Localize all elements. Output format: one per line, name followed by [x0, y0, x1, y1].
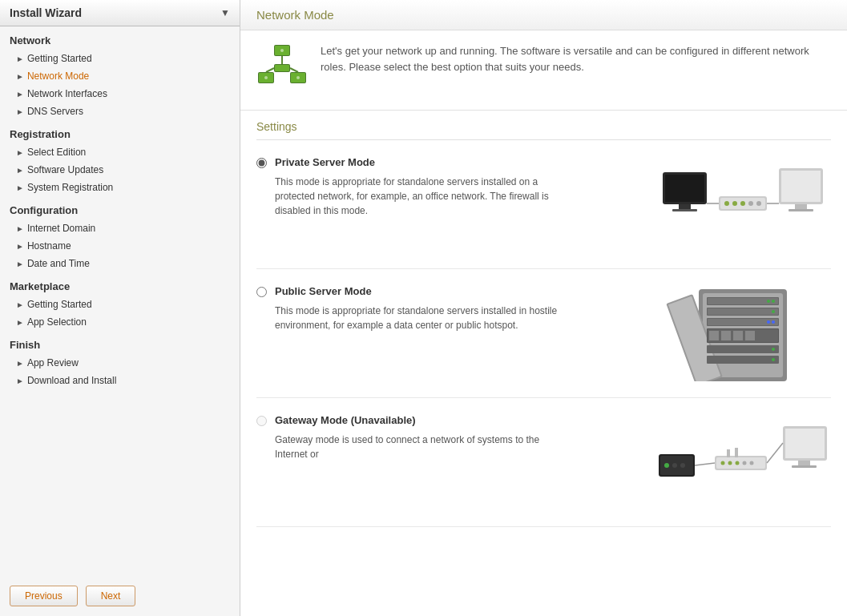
private-server-radio[interactable] [256, 158, 267, 168]
svg-rect-7 [275, 65, 289, 71]
svg-point-13 [296, 76, 300, 79]
gateway-mode-radio[interactable] [256, 416, 267, 426]
nav-group-label: Network [10, 34, 230, 46]
nav-item-label: Network Interfaces [27, 87, 107, 101]
nav-arrow-icon: ► [16, 53, 24, 65]
nav-item-label: Internet Domain [27, 221, 95, 236]
nav-item[interactable]: ► Software Updates [10, 161, 230, 179]
nav-arrow-icon: ► [16, 70, 24, 83]
svg-point-63 [721, 461, 725, 465]
nav-item-label: Hostname [27, 239, 71, 253]
svg-point-53 [772, 348, 775, 351]
nav-arrow-icon: ► [16, 375, 24, 387]
svg-line-75 [767, 443, 783, 463]
nav-item[interactable]: ► Getting Started [10, 50, 230, 67]
gateway-mode-title: Gateway Mode (Unavailable) [275, 414, 647, 426]
previous-button[interactable]: Previous [10, 586, 78, 606]
nav-arrow-icon: ► [16, 357, 24, 369]
nav-item-label: Getting Started [27, 297, 92, 312]
sidebar-header: Install Wizard ▼ [0, 0, 240, 26]
nav-arrow-icon: ► [16, 182, 24, 194]
svg-point-66 [743, 461, 747, 465]
svg-rect-26 [781, 171, 821, 202]
svg-point-65 [736, 461, 740, 465]
svg-rect-68 [727, 449, 730, 457]
public-server-option: Public Server Mode This mode is appropri… [256, 269, 831, 398]
svg-rect-15 [665, 175, 704, 202]
nav-item-label: Download and Install [27, 373, 116, 388]
main-content: Network Mode [240, 0, 847, 616]
svg-point-55 [772, 358, 775, 361]
sidebar-nav: Network► Getting Started► Network Mode► … [0, 26, 240, 576]
public-server-content: Public Server Mode This mode is appropri… [275, 285, 647, 332]
svg-rect-49 [721, 331, 731, 340]
intro-text: Let's get your network up and running. T… [321, 43, 831, 74]
nav-item-label: Date and Time [27, 256, 90, 271]
nav-item-label: Software Updates [27, 163, 103, 177]
svg-rect-72 [798, 461, 810, 465]
nav-arrow-icon: ► [16, 316, 24, 328]
svg-point-44 [772, 320, 775, 324]
nav-item[interactable]: ► Network Interfaces [10, 85, 230, 103]
sidebar-arrow-icon[interactable]: ▼ [220, 7, 230, 18]
nav-item-label: Network Mode [27, 69, 89, 83]
nav-item[interactable]: ► Download and Install [10, 372, 230, 389]
svg-rect-48 [709, 331, 719, 340]
svg-rect-69 [735, 448, 738, 457]
nav-item[interactable]: ► Hostname [10, 237, 230, 255]
svg-point-67 [750, 461, 754, 465]
private-server-option: Private Server Mode This mode is appropr… [256, 140, 831, 269]
svg-rect-52 [707, 345, 779, 353]
nav-item-label: Getting Started [27, 51, 92, 66]
svg-rect-17 [672, 209, 697, 211]
svg-point-59 [672, 463, 677, 468]
svg-rect-54 [707, 356, 779, 364]
nav-item[interactable]: ► Getting Started [10, 296, 230, 313]
settings-title: Settings [256, 120, 297, 133]
svg-point-11 [280, 49, 284, 52]
public-server-image [655, 285, 831, 381]
nav-item[interactable]: ► Internet Domain [10, 219, 230, 237]
nav-item-label: System Registration [27, 180, 113, 195]
gateway-mode-option: Gateway Mode (Unavailable) Gateway mode … [256, 398, 831, 527]
svg-rect-51 [745, 331, 755, 340]
svg-rect-40 [708, 308, 778, 315]
svg-rect-73 [792, 465, 817, 468]
nav-item-label: App Review [27, 356, 79, 370]
svg-point-22 [740, 201, 745, 206]
svg-point-24 [756, 201, 761, 206]
svg-point-58 [664, 463, 669, 468]
page-title: Network Mode [256, 8, 334, 22]
svg-rect-71 [785, 429, 825, 458]
settings-header: Settings [256, 111, 831, 140]
nav-item[interactable]: ► Network Mode [10, 67, 230, 85]
gateway-mode-image [655, 414, 831, 510]
svg-point-20 [724, 201, 729, 206]
svg-line-10 [290, 68, 298, 72]
next-button[interactable]: Next [86, 586, 136, 606]
nav-item[interactable]: ► Select Edition [10, 143, 230, 161]
public-server-title: Public Server Mode [275, 285, 647, 297]
sidebar-footer: Previous Next [0, 576, 240, 616]
nav-item[interactable]: ► App Review [10, 354, 230, 372]
nav-item[interactable]: ► Date and Time [10, 255, 230, 272]
nav-item[interactable]: ► System Registration [10, 179, 230, 196]
svg-point-38 [767, 300, 770, 303]
nav-arrow-icon: ► [16, 88, 24, 100]
svg-line-74 [695, 463, 715, 465]
nav-group-label: Registration [10, 128, 230, 140]
nav-item[interactable]: ► App Selection [10, 313, 230, 331]
nav-item[interactable]: ► DNS Servers [10, 103, 230, 120]
nav-group-label: Configuration [10, 204, 230, 216]
nav-group-label: Marketplace [10, 280, 230, 292]
nav-arrow-icon: ► [16, 258, 24, 270]
nav-arrow-icon: ► [16, 223, 24, 235]
settings-section: Settings Private Server Mode This mode i… [240, 111, 847, 527]
nav-arrow-icon: ► [16, 147, 24, 159]
private-server-content: Private Server Mode This mode is appropr… [275, 156, 647, 218]
public-server-radio[interactable] [256, 287, 267, 297]
private-server-desc: This mode is appropriate for standalone … [275, 175, 563, 218]
svg-point-60 [680, 463, 685, 468]
intro-block: Let's get your network up and running. T… [240, 30, 847, 111]
sidebar: Install Wizard ▼ Network► Getting Starte… [0, 0, 240, 616]
